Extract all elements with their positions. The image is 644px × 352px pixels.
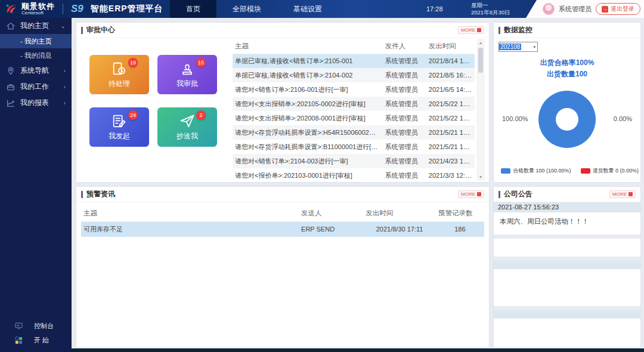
panel-title: 公司公告 [504,189,532,199]
scrollbar-vertical[interactable]: ▲ ▼ [477,39,484,180]
sidebar-item-label: 系统导航 [20,66,49,76]
col-header-record-count: 预警记录数 [436,206,484,221]
table-row[interactable]: 请您对<报价单>:202103-0001进行[审核] 系统管理员 2021/3/… [233,168,475,180]
tile-badge: 16 [196,58,206,67]
table-row[interactable]: 请您对<销售订单>:2106-001进行[一审] 系统管理员 2021/6/5 … [233,82,475,97]
date-block: 星期一 2021年8月30日 [471,2,510,16]
sidebar-item-system-nav[interactable]: 系统导航 › [0,63,72,79]
brand-divider [63,4,63,14]
chevron-down-icon: ▾ [533,45,537,50]
stamp-icon [179,60,196,77]
sidebar-item-my-work[interactable]: 我的工作 › [0,79,72,95]
sidebar-subitem-my-messages[interactable]: - 我的消息 [0,48,72,63]
col-header-sent-time: 发出时间 [363,206,436,221]
paper-plane-icon [179,113,196,129]
divider [494,306,640,310]
panel-accent-bar [81,191,83,198]
table-row[interactable]: 单据已审核,请接收<销售订单>:2105-001 系统管理员 2021/8/14… [233,54,475,68]
report-chart-icon [6,98,16,108]
chevron-right-icon: › [64,84,66,90]
legend-item-pass: 合格数量 100 (100.00%) [501,167,571,175]
scroll-down-icon[interactable]: ▼ [478,175,484,179]
clipboard-clock-icon [111,60,128,77]
doc-edit-icon [111,113,128,129]
nav-tab-home[interactable]: 首页 [170,0,216,18]
page-title: 智能ERP管理平台 [91,4,163,14]
briefcase-icon [6,82,16,92]
alerts-table: 主题 发送人 发出时间 预警记录数 可用库存不足 ERP SEND 2021/8… [81,206,484,237]
chevron-down-icon: ⌄ [61,23,66,29]
panel-accent-bar [81,27,83,34]
table-row[interactable]: 请您对<销售订单>:2104-003进行[一审] 系统管理员 2021/4/23… [233,154,475,168]
list-item[interactable]: 2021-08-27 15:56:23 本周六、周日公司活动！！！ [494,202,640,234]
sidebar-item-my-home[interactable]: 我的主页 ⌄ [0,18,72,34]
chevron-right-icon: › [64,100,66,106]
tile-pending[interactable]: 待处理 19 [89,55,149,94]
panel-title: 审批中心 [86,25,115,35]
brand-area: 顺景软件 Centersoft S9 智能ERP管理平台 [5,0,163,18]
tile-cc-to-me[interactable]: 抄送我 2 [157,107,217,147]
approval-more-button[interactable]: MORE [458,26,484,34]
approval-tiles: 待处理 19 我审批 16 我发起 24 [89,55,218,162]
nav-tab-basic-settings[interactable]: 基础设置 [277,0,338,18]
divider [494,257,640,261]
divider [494,234,640,239]
table-row[interactable]: 请您对<存货浮动耗损率设置>:H54R15006002进行[审核] 系统管理员 … [233,125,475,140]
table-row[interactable]: 请您对<存货浮动耗损率设置>:B11000001进行[审核] 系统管理员 202… [233,140,475,154]
console-icon [14,322,23,331]
table-row[interactable]: 请您对<支出报销单>:202008-0001进行[审核] 系统管理员 2021/… [233,111,475,125]
logout-icon: → [602,6,608,13]
panel-accent-bar [499,27,500,34]
date-label: 2021年8月30日 [471,9,510,16]
alerts-more-button[interactable]: MORE [458,190,484,198]
tile-badge: 24 [128,110,138,120]
col-header-sender: 发件人 [383,39,426,54]
sidebar-item-start[interactable]: 开 始 [0,333,72,347]
footer-item-label: 控制台 [34,322,54,331]
alert-news-panel: 预警资讯 MORE 主题 发送人 发出时间 预警记录数 [76,187,489,347]
company-announcements-panel: 公司公告 MORE 2021-08-27 15:56:23 本周六、周日公司活动… [494,187,640,347]
table-row[interactable]: 可用库存不足 ERP SEND 2021/8/30 17:11 186 [81,221,484,237]
sidebar-item-label: 我的工作 [20,82,49,92]
approval-table: 主题 发件人 发出时间 单据已审核,请接收<销售订单>:2105-001 系统管… [233,39,475,180]
approval-center-panel: 审批中心 MORE 待处理 19 我审批 16 [76,23,489,182]
scroll-up-icon[interactable]: ▲ [478,41,484,45]
list-item [494,239,640,257]
shipment-qty-text: 出货数量100 [494,69,640,80]
monitor-summary: 出货合格率100% 出货数量100 [494,57,640,80]
tile-my-approvals[interactable]: 我审批 16 [157,55,217,94]
more-icon [477,192,481,196]
top-bar: 顺景软件 Centersoft S9 智能ERP管理平台 首页 全部模块 基础设… [0,0,644,18]
sidebar-item-console[interactable]: 控制台 [0,319,72,333]
sidebar-subitem-my-home[interactable]: - 我的主页 [0,34,72,48]
tile-initiated-by-me[interactable]: 我发起 24 [89,107,149,147]
brand-name-en: Centersoft [21,11,55,16]
donut-chart [538,91,596,148]
clock-time: 17:28 [426,0,443,18]
erp-dashboard: 顺景软件 Centersoft S9 智能ERP管理平台 首页 全部模块 基础设… [0,0,644,352]
logout-button[interactable]: → 退出登录 [596,3,640,15]
panel-accent-bar [499,191,500,198]
footer-item-label: 开 始 [34,336,49,345]
start-icon [14,336,23,345]
period-select[interactable]: 202108 ▾ [499,42,538,52]
panel-title: 预警资讯 [86,189,115,199]
percent-label-left: 100.00% [502,115,528,122]
data-monitor-panel: 数据监控 202108 ▾ 出货合格率100% 出货数量100 100.00% … [494,23,640,182]
tile-label: 我审批 [177,79,198,89]
announcements-more-button[interactable]: MORE [609,190,636,198]
legend-item-return: 退货数量 0 (0.00%) [581,167,639,175]
list-item [494,261,640,306]
table-row[interactable]: 请您对<支出报销单>:202105-0002进行[审核] 系统管理员 2021/… [233,97,475,111]
tile-label: 我发起 [109,131,130,141]
map-pin-icon [6,66,16,76]
sidebar: 我的主页 ⌄ - 我的主页 - 我的消息 系统导航 › 我的工作 › 我的报表 … [0,18,72,352]
nav-tab-all-modules[interactable]: 全部模块 [216,0,277,18]
scroll-thumb[interactable] [478,48,483,73]
logout-label: 退出登录 [611,5,634,13]
user-avatar[interactable] [543,3,555,15]
tile-badge: 2 [196,110,206,120]
sidebar-item-my-reports[interactable]: 我的报表 › [0,95,72,111]
legend-swatch-blue [501,168,510,174]
table-row[interactable]: 单据已审核,请接收<销售订单>:2104-002 系统管理员 2021/8/5 … [233,68,475,82]
